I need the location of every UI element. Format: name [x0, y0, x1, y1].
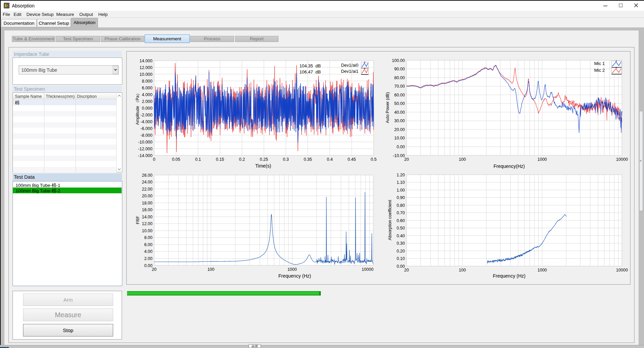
- svg-text:0.000: 0.000: [142, 106, 152, 111]
- svg-text:8.000: 8.000: [142, 79, 152, 84]
- svg-text:0.20: 0.20: [397, 249, 405, 254]
- svg-text:6.00: 6.00: [144, 242, 152, 247]
- svg-text:-14.000: -14.000: [138, 153, 152, 158]
- svg-text:40.00: 40.00: [394, 110, 405, 115]
- svg-text:24.00: 24.00: [142, 180, 152, 184]
- svg-text:12.000: 12.000: [140, 65, 152, 70]
- svg-text:106.47: 106.47: [299, 69, 313, 74]
- svg-text:10.00: 10.00: [142, 229, 152, 233]
- svg-text:0.10: 0.10: [397, 256, 405, 261]
- svg-text:-8.000: -8.000: [141, 133, 152, 138]
- svg-text:100.00: 100.00: [392, 58, 405, 63]
- svg-text:0.30: 0.30: [397, 241, 405, 246]
- svg-text:12.00: 12.00: [142, 221, 152, 226]
- svg-text:0.70: 0.70: [397, 211, 405, 215]
- svg-text:2.00: 2.00: [144, 256, 152, 261]
- svg-text:80.00: 80.00: [394, 75, 405, 80]
- svg-text:0.45: 0.45: [348, 157, 356, 162]
- svg-text:18.00: 18.00: [142, 201, 152, 205]
- svg-text:10.000: 10.000: [140, 72, 152, 77]
- svg-text:1000: 1000: [537, 157, 547, 162]
- svg-text:Absorption coefficient: Absorption coefficient: [388, 200, 392, 240]
- svg-text:20.00: 20.00: [394, 127, 405, 132]
- svg-text:Auto Power (dB): Auto Power (dB): [385, 92, 390, 123]
- svg-text:70.00: 70.00: [394, 84, 405, 89]
- svg-text:26.00: 26.00: [142, 173, 152, 178]
- svg-text:dB: dB: [315, 63, 321, 68]
- svg-text:4.000: 4.000: [142, 92, 152, 97]
- svg-text:1.00: 1.00: [397, 188, 405, 193]
- svg-text:0.90: 0.90: [397, 195, 405, 200]
- svg-text:Frequency(Hz): Frequency(Hz): [494, 164, 525, 169]
- svg-text:Frequency (Hz): Frequency (Hz): [493, 273, 525, 279]
- svg-text:-6.000: -6.000: [141, 126, 152, 131]
- svg-text:Mic 2: Mic 2: [594, 68, 605, 73]
- svg-text:-12.000: -12.000: [138, 147, 152, 151]
- svg-text:0.05: 0.05: [172, 157, 180, 162]
- svg-text:1.20: 1.20: [397, 173, 405, 177]
- svg-text:10000: 10000: [362, 267, 374, 272]
- svg-text:Amplitude （Pa）: Amplitude （Pa）: [135, 91, 140, 125]
- svg-text:2.000: 2.000: [142, 99, 152, 104]
- svg-text:4.00: 4.00: [144, 249, 152, 254]
- svg-text:0.1: 0.1: [195, 157, 201, 162]
- svg-text:100: 100: [459, 268, 466, 273]
- svg-text:1000: 1000: [287, 267, 297, 272]
- svg-text:0.3: 0.3: [283, 157, 289, 162]
- svg-text:FRF: FRF: [136, 216, 140, 224]
- svg-text:20: 20: [152, 267, 157, 272]
- svg-text:Frequency (Hz): Frequency (Hz): [278, 273, 311, 279]
- svg-text:0.5: 0.5: [371, 157, 376, 162]
- svg-text:0.00: 0.00: [144, 263, 152, 268]
- svg-text:Dev1/ai1: Dev1/ai1: [341, 69, 358, 74]
- svg-text:20.00: 20.00: [142, 194, 152, 198]
- svg-text:16.00: 16.00: [142, 208, 152, 212]
- svg-text:14.00: 14.00: [142, 215, 152, 219]
- svg-text:8.00: 8.00: [144, 235, 152, 240]
- svg-text:0.40: 0.40: [397, 234, 405, 238]
- svg-text:14.000: 14.000: [140, 59, 152, 63]
- svg-text:22.00: 22.00: [142, 187, 152, 192]
- svg-text:10000: 10000: [616, 157, 628, 162]
- svg-text:0.2: 0.2: [239, 157, 245, 162]
- svg-text:-2.000: -2.000: [141, 113, 152, 117]
- svg-text:0: 0: [153, 157, 155, 162]
- svg-text:Mic 1: Mic 1: [594, 61, 605, 66]
- svg-text:Dev1/ai0: Dev1/ai0: [341, 63, 358, 68]
- svg-text:-10.000: -10.000: [138, 140, 152, 145]
- svg-text:6.000: 6.000: [142, 86, 152, 90]
- svg-text:0.60: 0.60: [397, 218, 405, 223]
- svg-text:100: 100: [207, 267, 214, 272]
- svg-text:20: 20: [404, 268, 409, 273]
- svg-text:0.80: 0.80: [397, 203, 405, 208]
- svg-text:1.10: 1.10: [397, 180, 405, 185]
- svg-text:-10.00: -10.00: [393, 153, 405, 158]
- svg-text:100: 100: [459, 157, 466, 162]
- svg-text:-4.000: -4.000: [141, 119, 152, 124]
- svg-text:20: 20: [404, 157, 409, 162]
- svg-text:90.00: 90.00: [394, 67, 405, 71]
- svg-text:dB: dB: [315, 69, 321, 74]
- svg-text:0.25: 0.25: [260, 157, 268, 162]
- svg-text:104.35: 104.35: [299, 63, 313, 68]
- svg-text:Time(s): Time(s): [255, 163, 271, 169]
- svg-text:0.00: 0.00: [397, 145, 405, 149]
- svg-text:60.00: 60.00: [394, 93, 405, 97]
- svg-text:10000: 10000: [616, 268, 628, 273]
- svg-text:0.00: 0.00: [397, 264, 405, 269]
- svg-text:10.00: 10.00: [394, 136, 405, 140]
- svg-text:0.15: 0.15: [216, 157, 224, 162]
- svg-text:50.00: 50.00: [394, 101, 405, 106]
- svg-text:0.4: 0.4: [327, 157, 333, 162]
- svg-text:1000: 1000: [537, 268, 547, 273]
- svg-text:30.00: 30.00: [394, 118, 405, 123]
- svg-text:0.50: 0.50: [397, 226, 405, 231]
- svg-text:0.35: 0.35: [304, 157, 312, 162]
